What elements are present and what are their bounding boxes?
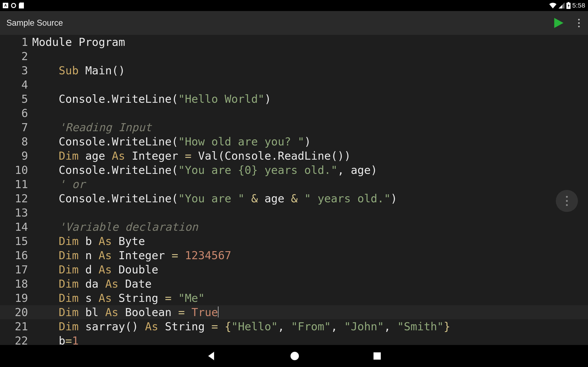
line-number: 3 (0, 63, 32, 77)
battery-charging-icon (566, 2, 571, 9)
line-content[interactable]: Sub Main() (32, 63, 588, 77)
svg-point-2 (291, 352, 299, 360)
line-content[interactable] (32, 106, 588, 120)
cell-signal-icon (559, 2, 565, 8)
notification-app-icon: A (3, 3, 8, 8)
svg-rect-3 (373, 352, 381, 360)
app-action-bar: Sample Source (0, 11, 588, 35)
line-content[interactable]: Dim da As Date (32, 277, 588, 291)
android-nav-bar (0, 345, 588, 367)
floating-menu-button[interactable] (556, 190, 578, 212)
overflow-menu-button[interactable] (576, 17, 582, 29)
run-button[interactable] (554, 18, 563, 28)
line-number: 4 (0, 77, 32, 92)
svg-rect-1 (568, 2, 569, 3)
status-clock: 5:58 (572, 2, 586, 9)
editor-cursor (218, 307, 218, 317)
line-content[interactable]: Module Program (32, 35, 588, 49)
line-content[interactable] (32, 49, 588, 63)
line-number: 11 (0, 177, 32, 191)
line-number: 2 (0, 49, 32, 63)
line-number: 20 (0, 305, 32, 319)
line-content[interactable]: Console.WriteLine("You are " & age & " y… (32, 191, 588, 206)
wifi-icon (549, 2, 557, 8)
line-content[interactable]: Console.WriteLine("You are {0} years old… (32, 163, 588, 177)
line-number: 13 (0, 206, 32, 220)
line-number: 21 (0, 319, 32, 334)
line-content[interactable]: Dim d As Double (32, 262, 588, 277)
nav-recent-button[interactable] (373, 352, 381, 360)
line-number: 15 (0, 234, 32, 248)
line-number: 5 (0, 92, 32, 106)
android-status-bar: A 5:58 (0, 0, 588, 11)
notification-circle-icon (11, 3, 16, 8)
nav-home-button[interactable] (290, 351, 299, 361)
line-number: 7 (0, 120, 32, 134)
line-content[interactable]: 'Variable declaration (32, 220, 588, 234)
line-content[interactable]: Console.WriteLine("How old are you? ") (32, 134, 588, 149)
line-number: 8 (0, 134, 32, 149)
line-number: 1 (0, 35, 32, 49)
notification-sdcard-icon (19, 2, 24, 8)
line-number: 9 (0, 149, 32, 163)
line-number: 14 (0, 220, 32, 234)
line-content[interactable] (32, 206, 588, 220)
status-right: 5:58 (549, 2, 586, 9)
code-editor[interactable]: 1Module Program2 3 Sub Main()4 5 Console… (0, 35, 588, 345)
action-bar-title: Sample Source (6, 18, 63, 28)
line-content[interactable]: ' or (32, 177, 588, 191)
line-content[interactable]: Dim n As Integer = 1234567 (32, 248, 588, 262)
line-number: 12 (0, 191, 32, 206)
line-number: 6 (0, 106, 32, 120)
action-bar-buttons (554, 17, 582, 29)
line-content[interactable]: 'Reading Input (32, 120, 588, 134)
line-content[interactable]: Dim s As String = "Me" (32, 291, 588, 305)
nav-back-button[interactable] (207, 351, 216, 361)
line-content[interactable]: Dim sarray() As String = {"Hello", "From… (32, 319, 588, 334)
line-number: 10 (0, 163, 32, 177)
line-content[interactable]: b=1 (32, 334, 588, 345)
line-content[interactable] (32, 77, 588, 92)
line-number: 18 (0, 277, 32, 291)
line-content[interactable]: Dim bl As Boolean = True (32, 305, 588, 319)
line-number: 22 (0, 334, 32, 345)
line-content[interactable]: Console.WriteLine("Hello World") (32, 92, 588, 106)
line-number: 19 (0, 291, 32, 305)
line-content[interactable]: Dim b As Byte (32, 234, 588, 248)
line-number: 17 (0, 262, 32, 277)
line-number: 16 (0, 248, 32, 262)
status-left: A (3, 2, 24, 8)
line-content[interactable]: Dim age As Integer = Val(Console.ReadLin… (32, 149, 588, 163)
